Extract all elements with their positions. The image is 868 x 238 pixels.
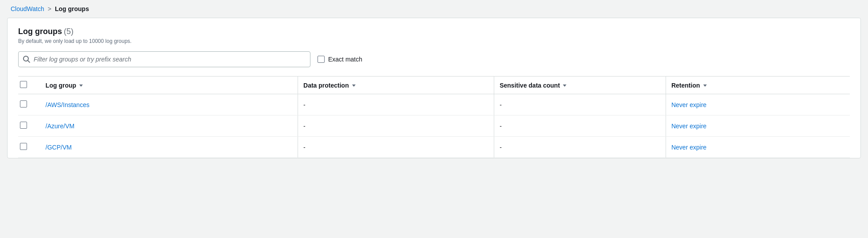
sort-icon-log-group bbox=[79, 83, 83, 88]
search-input[interactable] bbox=[34, 56, 306, 63]
table-body: /AWS/Instances--Never expire/Azure/VM--N… bbox=[18, 94, 850, 158]
panel-title: Log groups bbox=[18, 27, 62, 36]
td-retention-0: Never expire bbox=[666, 94, 850, 115]
breadcrumb-log-groups: Log groups bbox=[55, 5, 89, 12]
td-checkbox-0[interactable] bbox=[18, 94, 40, 115]
row-checkbox-1[interactable] bbox=[20, 122, 27, 129]
th-log-group[interactable]: Log group bbox=[40, 77, 298, 94]
sort-icon-sensitive-data-count bbox=[562, 83, 567, 88]
log-group-link-1[interactable]: /Azure/VM bbox=[46, 123, 74, 130]
sort-icon-data-protection bbox=[352, 83, 356, 88]
svg-marker-0 bbox=[79, 84, 83, 87]
svg-marker-3 bbox=[703, 84, 707, 87]
td-log-group-0: /AWS/Instances bbox=[40, 94, 298, 115]
table-header-row: Log group Data protection bbox=[18, 77, 850, 94]
th-select-all[interactable] bbox=[18, 77, 40, 94]
th-data-protection-label: Data protection bbox=[303, 82, 349, 89]
td-checkbox-1[interactable] bbox=[18, 115, 40, 137]
svg-marker-1 bbox=[352, 84, 356, 87]
row-checkbox-2[interactable] bbox=[20, 143, 27, 150]
breadcrumb: CloudWatch > Log groups bbox=[0, 0, 868, 18]
filter-row: Exact match bbox=[18, 51, 850, 67]
exact-match-label: Exact match bbox=[328, 56, 362, 63]
select-all-checkbox[interactable] bbox=[20, 81, 27, 88]
panel-subtitle: By default, we only load up to 10000 log… bbox=[18, 38, 850, 44]
td-sensitive-data-count-0: - bbox=[494, 94, 666, 115]
log-group-link-2[interactable]: /GCP/VM bbox=[46, 144, 72, 151]
sort-icon-retention bbox=[703, 83, 707, 88]
panel-header: Log groups(5) bbox=[18, 27, 850, 36]
breadcrumb-separator: > bbox=[48, 5, 51, 12]
th-sensitive-data-count[interactable]: Sensitive data count bbox=[494, 77, 666, 94]
retention-link-2[interactable]: Never expire bbox=[671, 144, 706, 151]
table-row: /AWS/Instances--Never expire bbox=[18, 94, 850, 115]
td-checkbox-2[interactable] bbox=[18, 137, 40, 158]
td-data-protection-1: - bbox=[298, 115, 494, 137]
row-checkbox-0[interactable] bbox=[20, 100, 27, 107]
td-data-protection-0: - bbox=[298, 94, 494, 115]
table-row: /GCP/VM--Never expire bbox=[18, 137, 850, 158]
retention-link-0[interactable]: Never expire bbox=[671, 101, 706, 108]
retention-link-1[interactable]: Never expire bbox=[671, 123, 706, 130]
log-group-link-0[interactable]: /AWS/Instances bbox=[46, 101, 89, 108]
th-retention[interactable]: Retention bbox=[666, 77, 850, 94]
main-panel: Log groups(5) By default, we only load u… bbox=[7, 18, 861, 158]
search-icon bbox=[23, 56, 30, 63]
td-sensitive-data-count-1: - bbox=[494, 115, 666, 137]
td-sensitive-data-count-2: - bbox=[494, 137, 666, 158]
td-log-group-2: /GCP/VM bbox=[40, 137, 298, 158]
panel-count: (5) bbox=[64, 27, 74, 36]
td-log-group-1: /Azure/VM bbox=[40, 115, 298, 137]
td-retention-1: Never expire bbox=[666, 115, 850, 137]
table-row: /Azure/VM--Never expire bbox=[18, 115, 850, 137]
td-data-protection-2: - bbox=[298, 137, 494, 158]
th-retention-label: Retention bbox=[671, 82, 700, 89]
exact-match-wrapper[interactable]: Exact match bbox=[318, 56, 362, 63]
breadcrumb-cloudwatch-link[interactable]: CloudWatch bbox=[11, 5, 44, 12]
svg-marker-2 bbox=[563, 84, 566, 87]
log-groups-table: Log group Data protection bbox=[18, 76, 850, 158]
th-sensitive-data-count-label: Sensitive data count bbox=[500, 82, 560, 89]
exact-match-checkbox[interactable] bbox=[318, 56, 325, 63]
td-retention-2: Never expire bbox=[666, 137, 850, 158]
search-wrapper bbox=[18, 51, 310, 67]
th-data-protection[interactable]: Data protection bbox=[298, 77, 494, 94]
th-log-group-label: Log group bbox=[46, 82, 76, 89]
